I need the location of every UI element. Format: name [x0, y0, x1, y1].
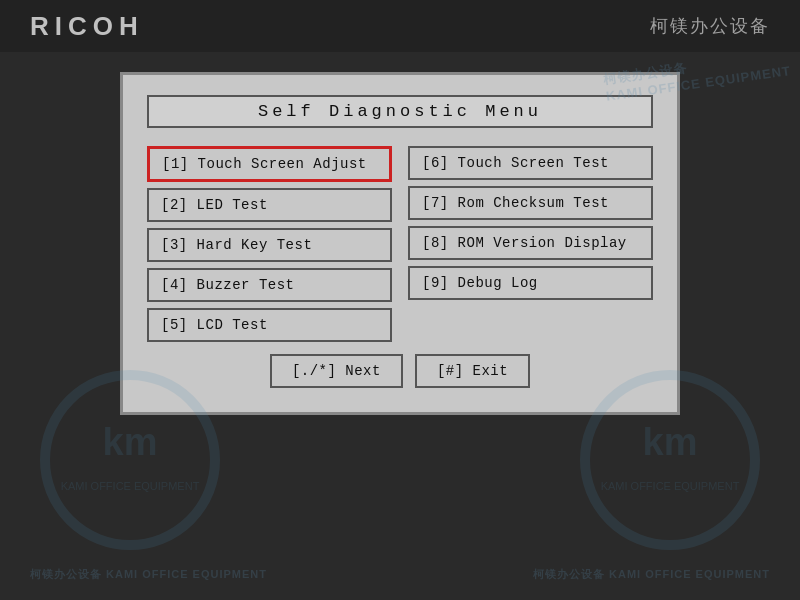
menu-grid: [1] Touch Screen Adjust [2] LED Test [3]…: [147, 146, 653, 342]
menu-title: Self Diagnostic Menu: [147, 95, 653, 128]
bottom-nav-row: [./*] Next [#] Exit: [147, 354, 653, 388]
menu-col-right: [6] Touch Screen Test [7] Rom Checksum T…: [408, 146, 653, 342]
menu-item-2[interactable]: [2] LED Test: [147, 188, 392, 222]
brand-cn: 柯镁办公设备: [650, 14, 770, 38]
menu-container: Self Diagnostic Menu [1] Touch Screen Ad…: [120, 72, 680, 415]
top-bar: RICOH 柯镁办公设备: [0, 0, 800, 52]
menu-item-6[interactable]: [6] Touch Screen Test: [408, 146, 653, 180]
menu-item-5[interactable]: [5] LCD Test: [147, 308, 392, 342]
nav-exit-button[interactable]: [#] Exit: [415, 354, 530, 388]
menu-item-4[interactable]: [4] Buzzer Test: [147, 268, 392, 302]
menu-col-left: [1] Touch Screen Adjust [2] LED Test [3]…: [147, 146, 392, 342]
menu-item-7[interactable]: [7] Rom Checksum Test: [408, 186, 653, 220]
menu-item-1[interactable]: [1] Touch Screen Adjust: [147, 146, 392, 182]
menu-item-8[interactable]: [8] ROM Version Display: [408, 226, 653, 260]
menu-item-9[interactable]: [9] Debug Log: [408, 266, 653, 300]
brand-name: RICOH: [30, 11, 144, 42]
main-screen: Self Diagnostic Menu [1] Touch Screen Ad…: [0, 52, 800, 600]
nav-next-button[interactable]: [./*] Next: [270, 354, 403, 388]
menu-item-3[interactable]: [3] Hard Key Test: [147, 228, 392, 262]
